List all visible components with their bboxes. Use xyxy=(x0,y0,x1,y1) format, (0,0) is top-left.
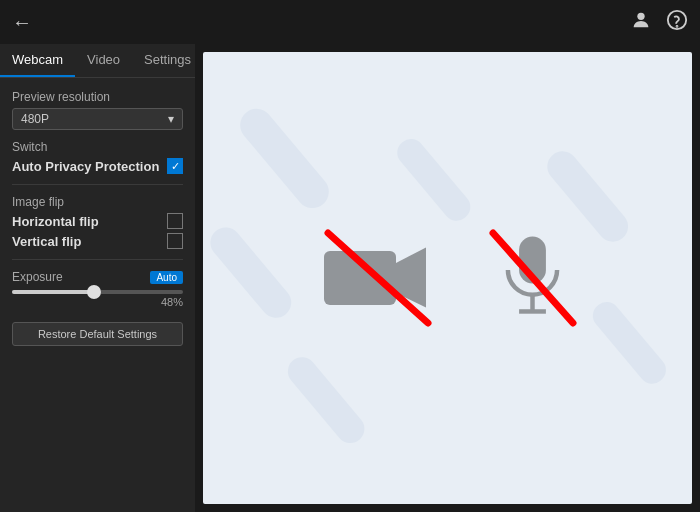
svg-rect-7 xyxy=(588,297,672,389)
switch-section-label: Switch xyxy=(12,140,183,154)
help-icon xyxy=(666,9,688,31)
svg-rect-8 xyxy=(282,352,370,449)
divider-2 xyxy=(12,259,183,260)
resolution-dropdown[interactable]: 480P ▾ xyxy=(12,108,183,130)
dropdown-chevron-icon: ▾ xyxy=(168,112,174,126)
restore-defaults-button[interactable]: Restore Default Settings xyxy=(12,322,183,346)
preview-resolution-label: Preview resolution xyxy=(12,90,183,104)
user-icon xyxy=(630,9,652,31)
preview-icons xyxy=(313,223,583,333)
exposure-header: Exposure Auto xyxy=(12,270,183,284)
svg-line-10 xyxy=(328,233,428,323)
vertical-flip-label: Vertical flip xyxy=(12,234,81,249)
camera-cross-line xyxy=(313,223,443,333)
slider-thumb[interactable] xyxy=(87,285,101,299)
slider-fill xyxy=(12,290,94,294)
tab-video[interactable]: Video xyxy=(75,44,132,77)
vertical-flip-row: Vertical flip xyxy=(12,233,183,249)
svg-point-0 xyxy=(637,12,644,19)
top-bar-left: ← xyxy=(12,11,32,34)
back-icon: ← xyxy=(12,11,32,34)
slider-track xyxy=(12,290,183,294)
preview-area xyxy=(203,52,692,504)
exposure-slider-container[interactable] xyxy=(12,290,183,294)
horizontal-flip-label: Horizontal flip xyxy=(12,214,99,229)
auto-badge: Auto xyxy=(150,271,183,284)
auto-privacy-checkbox[interactable] xyxy=(167,158,183,174)
resolution-value: 480P xyxy=(21,112,49,126)
exposure-label: Exposure xyxy=(12,270,63,284)
svg-point-2 xyxy=(677,25,678,26)
svg-rect-4 xyxy=(204,221,297,324)
auto-privacy-label: Auto Privacy Protection xyxy=(12,159,159,174)
top-bar-right xyxy=(630,9,688,36)
image-flip-label: Image flip xyxy=(12,195,183,209)
sidebar-content: Preview resolution 480P ▾ Switch Auto Pr… xyxy=(0,78,195,512)
auto-privacy-row: Auto Privacy Protection xyxy=(12,158,183,174)
svg-rect-5 xyxy=(392,134,476,226)
svg-rect-3 xyxy=(234,102,336,215)
divider-1 xyxy=(12,184,183,185)
horizontal-flip-checkbox[interactable] xyxy=(167,213,183,229)
top-bar: ← xyxy=(0,0,700,44)
horizontal-flip-row: Horizontal flip xyxy=(12,213,183,229)
vertical-flip-checkbox[interactable] xyxy=(167,233,183,249)
camera-muted-icon xyxy=(313,223,443,333)
user-icon-button[interactable] xyxy=(630,9,652,36)
svg-line-14 xyxy=(493,233,573,323)
mic-muted-icon xyxy=(483,223,583,333)
mic-cross-line xyxy=(483,223,583,333)
tabs: Webcam Video Settings xyxy=(0,44,195,78)
back-button[interactable]: ← xyxy=(12,11,32,34)
tab-webcam[interactable]: Webcam xyxy=(0,44,75,77)
main-content: Webcam Video Settings Preview resolution… xyxy=(0,44,700,512)
sidebar: Webcam Video Settings Preview resolution… xyxy=(0,44,195,512)
help-icon-button[interactable] xyxy=(666,9,688,36)
tab-settings[interactable]: Settings xyxy=(132,44,203,77)
